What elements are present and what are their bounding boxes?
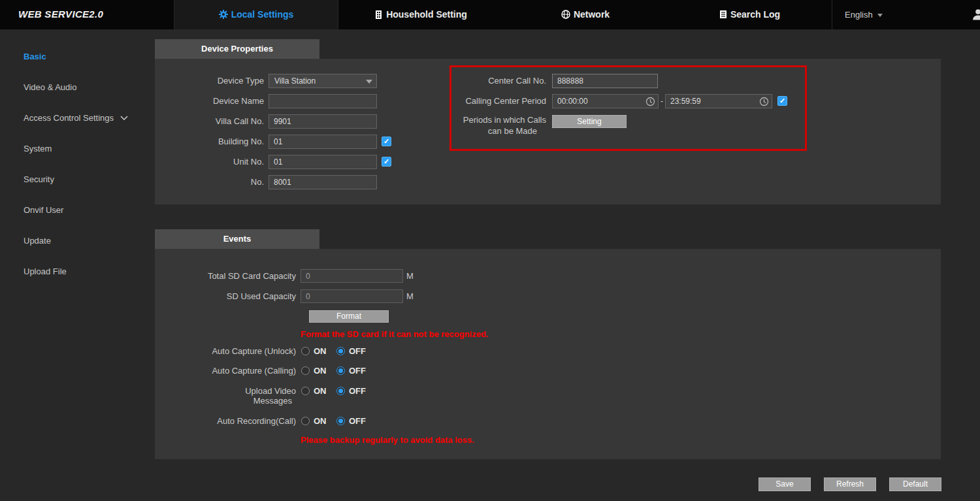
caret-down-icon <box>877 14 883 17</box>
off-label: OFF <box>349 386 366 396</box>
sd-used-capacity-input[interactable] <box>301 289 403 303</box>
tab-local-settings[interactable]: Local Settings <box>174 0 338 29</box>
device-type-select[interactable]: Villa Station <box>269 74 377 88</box>
device-properties-panel-title: Device Properties <box>155 39 319 59</box>
events-panel-title: Events <box>155 229 319 249</box>
refresh-button[interactable]: Refresh <box>824 477 876 491</box>
off-label: OFF <box>349 346 366 356</box>
gear-icon <box>219 10 228 19</box>
total-sd-capacity-input[interactable] <box>301 269 403 283</box>
upload-video-off-radio[interactable] <box>336 387 345 395</box>
no-label: No. <box>155 175 264 189</box>
globe-icon <box>561 10 570 19</box>
total-sd-capacity-label: Total SD Card Capacity <box>155 269 296 283</box>
sd-used-capacity-unit: M <box>406 289 414 303</box>
auto-recording-call-row: Auto Recording(Call) ON OFF <box>155 416 547 427</box>
auto-capture-calling-row: Auto Capture (Calling) ON OFF <box>155 366 547 376</box>
device-name-label: Device Name <box>155 94 264 108</box>
sidebar-item-upload-file[interactable]: Upload File <box>24 267 67 276</box>
clock-icon <box>645 97 655 106</box>
center-call-no-input[interactable] <box>552 74 658 88</box>
unit-no-label: Unit No. <box>155 155 264 169</box>
backup-warning-text: Please backup regularly to avoid data lo… <box>301 435 474 445</box>
on-label: ON <box>314 366 327 376</box>
period-separator: - <box>659 94 665 108</box>
tab-label: Household Setting <box>386 9 467 20</box>
off-label: OFF <box>349 416 366 426</box>
device-properties-panel: Device Type Villa Station Device Name Vi… <box>155 59 941 204</box>
sidebar-item-onvif-user[interactable]: Onvif User <box>24 205 63 215</box>
auto-capture-calling-on-radio[interactable] <box>301 366 310 375</box>
no-input[interactable] <box>269 175 377 189</box>
tab-network[interactable]: Network <box>503 0 668 29</box>
top-bar: WEB SERVICE2.0 Local Settings Household … <box>0 0 980 29</box>
building-icon <box>374 10 383 19</box>
auto-capture-unlock-row: Auto Capture (Unlock) ON OFF <box>155 346 547 357</box>
auto-capture-unlock-off-radio[interactable] <box>336 347 345 355</box>
tab-label: Search Log <box>730 9 780 20</box>
app-logo: WEB SERVICE2.0 <box>18 8 103 20</box>
language-selector[interactable]: English <box>845 0 883 29</box>
upload-video-messages-row: Upload Video Messages ON OFF <box>155 386 547 407</box>
device-type-value: Villa Station <box>274 76 316 86</box>
format-warning-text: Format the SD card if it can not be reco… <box>301 329 489 339</box>
sidebar-item-access-control-settings[interactable]: Access Control Settings <box>24 113 128 123</box>
language-label: English <box>845 10 873 20</box>
total-sd-capacity-unit: M <box>406 269 414 283</box>
upload-video-messages-label: Upload Video Messages <box>155 386 296 406</box>
periods-label: Periods in which Calls can be Made <box>416 114 546 137</box>
auto-recording-on-radio[interactable] <box>301 417 310 425</box>
calling-center-period-label: Calling Center Period <box>416 94 546 108</box>
sidebar-item-security[interactable]: Security <box>24 174 54 184</box>
events-panel: Total SD Card Capacity M SD Used Capacit… <box>155 249 941 459</box>
tab-label: Network <box>574 9 610 20</box>
default-button[interactable]: Default <box>889 477 941 491</box>
sidebar-item-system[interactable]: System <box>24 144 52 154</box>
upload-video-on-radio[interactable] <box>301 387 310 395</box>
save-button[interactable]: Save <box>759 477 811 491</box>
user-icon[interactable] <box>972 8 980 23</box>
unit-no-checkbox[interactable] <box>382 157 391 167</box>
building-no-label: Building No. <box>155 135 264 149</box>
tab-search-log[interactable]: Search Log <box>668 0 832 29</box>
tab-household-setting[interactable]: Household Setting <box>338 0 503 29</box>
villa-call-no-label: Villa Call No. <box>155 114 264 129</box>
auto-capture-calling-off-radio[interactable] <box>336 366 345 375</box>
device-type-label: Device Type <box>155 74 264 88</box>
sidebar-item-update[interactable]: Update <box>24 236 51 246</box>
period-end-field <box>665 94 772 108</box>
sidebar-item-video-audio[interactable]: Video & Audio <box>24 82 76 92</box>
auto-recording-call-label: Auto Recording(Call) <box>155 416 296 426</box>
device-name-input[interactable] <box>269 94 377 108</box>
log-icon <box>719 10 727 19</box>
auto-capture-calling-label: Auto Capture (Calling) <box>155 366 296 376</box>
select-caret-icon <box>366 80 372 84</box>
tab-label: Local Settings <box>231 9 294 20</box>
setting-button[interactable]: Setting <box>552 115 627 128</box>
period-end-input[interactable] <box>666 95 772 108</box>
period-start-field <box>552 94 659 108</box>
auto-capture-unlock-on-radio[interactable] <box>301 347 310 355</box>
unit-no-input[interactable] <box>269 155 377 169</box>
building-no-input[interactable] <box>269 135 377 149</box>
center-call-no-label: Center Call No. <box>416 74 546 88</box>
clock-icon <box>759 97 769 106</box>
villa-call-no-input[interactable] <box>269 114 377 129</box>
on-label: ON <box>314 416 327 426</box>
period-start-input[interactable] <box>553 95 658 108</box>
on-label: ON <box>314 346 327 356</box>
building-no-checkbox[interactable] <box>382 137 391 146</box>
sidebar-item-basic[interactable]: Basic <box>24 52 46 61</box>
chevron-down-icon <box>120 116 128 120</box>
calling-center-period-checkbox[interactable] <box>777 96 787 106</box>
on-label: ON <box>314 386 327 396</box>
format-button[interactable]: Format <box>309 310 389 323</box>
off-label: OFF <box>349 366 366 376</box>
auto-recording-off-radio[interactable] <box>336 417 345 425</box>
sd-used-capacity-label: SD Used Capacity <box>155 289 296 303</box>
auto-capture-unlock-label: Auto Capture (Unlock) <box>155 346 296 356</box>
